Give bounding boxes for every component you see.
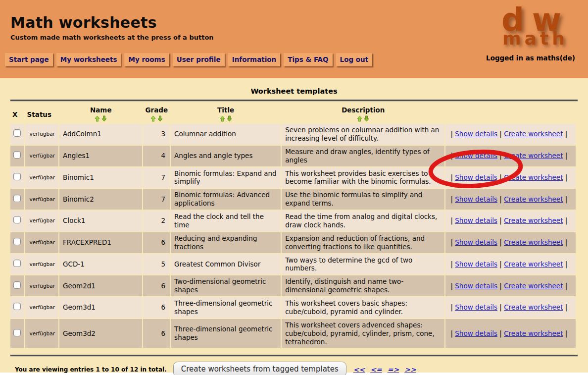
page-title: Math worksheets	[0, 0, 588, 31]
show-details-link[interactable]: Show details	[455, 173, 497, 181]
show-details-link[interactable]: Show details	[455, 130, 497, 138]
template-name: Angles1	[59, 146, 142, 166]
action-separator: |	[565, 260, 568, 268]
template-grade: 3	[143, 124, 170, 145]
column-header-grade-label: Grade	[145, 106, 168, 114]
sort-title-descending-icon[interactable]	[227, 115, 232, 122]
section-title: Worksheet templates	[10, 78, 578, 100]
action-separator: |	[565, 303, 568, 311]
table-row: verfügbar Angles1 4 Angles and angle typ…	[10, 146, 576, 166]
nav-start-page[interactable]: Start page	[5, 53, 53, 66]
template-description: Two ways to determine the gcd of two num…	[282, 254, 444, 275]
row-select-checkbox[interactable]	[13, 238, 21, 245]
show-details-link[interactable]: Show details	[455, 216, 497, 224]
sort-description-ascending-icon[interactable]	[357, 115, 362, 122]
status-text: verfügbar	[30, 174, 55, 180]
action-separator: |	[499, 195, 502, 203]
status-text: verfügbar	[30, 196, 55, 202]
row-select-checkbox[interactable]	[13, 329, 21, 336]
status-text: verfügbar	[30, 239, 55, 245]
status-text: verfügbar	[30, 131, 55, 137]
viewing-entries-text: You are viewing entries 1 to 10 of 12 in…	[15, 366, 167, 373]
table-row: verfügbar Binomic1 7 Binomic formulas: E…	[10, 167, 576, 188]
templates-table: X Status Name Grade	[9, 104, 577, 349]
create-worksheet-link[interactable]: Create worksheet	[504, 216, 563, 224]
pagination: << <= => >>	[353, 366, 416, 374]
header: Math worksheets Custom made math workshe…	[0, 0, 588, 78]
sort-name-descending-icon[interactable]	[101, 115, 107, 122]
nav-tips-faq[interactable]: Tips & FAQ	[284, 53, 332, 66]
row-select-checkbox[interactable]	[13, 260, 21, 267]
sort-description-descending-icon[interactable]	[364, 115, 369, 122]
templates-table-head: X Status Name Grade	[10, 105, 576, 123]
action-separator: |	[450, 303, 453, 311]
create-worksheet-link[interactable]: Create worksheet	[504, 195, 563, 203]
pagination-last-link[interactable]: >>	[404, 366, 416, 374]
template-title: Angles and angle types	[171, 146, 281, 166]
action-separator: |	[450, 152, 453, 160]
column-header-description-label: Description	[342, 106, 385, 114]
create-worksheet-link[interactable]: Create worksheet	[504, 260, 563, 268]
nav-information[interactable]: Information	[228, 53, 281, 66]
action-separator: |	[565, 216, 568, 224]
sort-grade-ascending-icon[interactable]	[150, 115, 156, 122]
template-grade: 6	[143, 275, 170, 296]
row-select-checkbox[interactable]	[13, 173, 21, 180]
nav-my-worksheets[interactable]: My worksheets	[56, 53, 121, 66]
create-worksheet-link[interactable]: Create worksheet	[504, 173, 563, 181]
table-row: verfügbar AddColmn1 3 Columnar addition …	[10, 124, 576, 145]
nav-user-profile[interactable]: User profile	[173, 53, 225, 66]
create-worksheet-link[interactable]: Create worksheet	[504, 238, 563, 246]
pagination-next-link[interactable]: =>	[388, 366, 399, 374]
create-worksheet-link[interactable]: Create worksheet	[504, 152, 563, 160]
row-select-checkbox[interactable]	[13, 195, 21, 202]
template-grade: 6	[143, 232, 170, 253]
show-details-link[interactable]: Show details	[455, 303, 497, 311]
row-select-checkbox[interactable]	[13, 303, 21, 310]
column-header-tag: X	[10, 105, 24, 123]
show-details-link[interactable]: Show details	[455, 238, 497, 246]
row-select-checkbox[interactable]	[13, 129, 21, 137]
template-grade: 6	[143, 297, 170, 318]
template-description: Seven problems on columnar addition with…	[282, 124, 444, 145]
action-separator: |	[565, 195, 568, 203]
show-details-link[interactable]: Show details	[455, 152, 497, 160]
create-from-tagged-button[interactable]: Create worksheets from tagged templates	[173, 362, 346, 375]
create-worksheet-link[interactable]: Create worksheet	[504, 130, 563, 138]
create-worksheet-link[interactable]: Create worksheet	[504, 329, 563, 337]
status-text: verfügbar	[30, 217, 55, 223]
nav-my-rooms[interactable]: My rooms	[124, 53, 169, 66]
action-separator: |	[499, 152, 502, 160]
sort-grade-descending-icon[interactable]	[157, 115, 163, 122]
template-name: Binomic2	[59, 189, 142, 210]
show-details-link[interactable]: Show details	[455, 282, 497, 290]
status-text: verfügbar	[30, 330, 55, 336]
column-header-status: Status	[25, 105, 58, 123]
create-worksheet-link[interactable]: Create worksheet	[504, 303, 563, 311]
action-separator: |	[499, 282, 502, 290]
show-details-link[interactable]: Show details	[455, 329, 497, 337]
action-separator: |	[450, 195, 453, 203]
template-title: Columnar addition	[171, 124, 281, 145]
status-text: verfügbar	[30, 304, 55, 310]
template-title: Read the clock and tell the time	[171, 211, 281, 231]
table-row: verfügbar Clock1 2 Read the clock and te…	[10, 211, 576, 231]
action-separator: |	[450, 130, 453, 138]
logged-in-status: Logged in as maths(de)	[486, 54, 575, 62]
column-header-name: Name	[59, 105, 142, 123]
show-details-link[interactable]: Show details	[455, 260, 497, 268]
nav-log-out[interactable]: Log out	[336, 53, 373, 66]
table-row: verfügbar Geom2d1 6 Two-dimensional geom…	[10, 275, 576, 296]
sort-name-ascending-icon[interactable]	[95, 115, 100, 122]
divider-above-footer	[10, 355, 578, 356]
create-worksheet-link[interactable]: Create worksheet	[504, 282, 563, 290]
status-text: verfügbar	[30, 283, 55, 289]
pagination-previous-link[interactable]: <=	[370, 366, 382, 374]
show-details-link[interactable]: Show details	[455, 195, 497, 203]
sort-title-ascending-icon[interactable]	[220, 115, 225, 122]
row-select-checkbox[interactable]	[13, 216, 21, 223]
row-select-checkbox[interactable]	[13, 151, 21, 159]
row-select-checkbox[interactable]	[13, 281, 21, 289]
column-header-name-label: Name	[90, 106, 112, 114]
pagination-first-link[interactable]: <<	[353, 366, 365, 374]
